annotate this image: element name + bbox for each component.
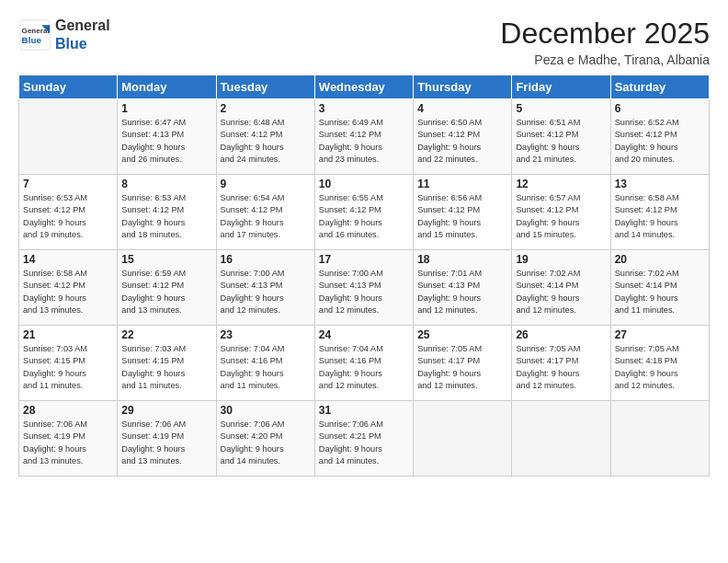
day-cell xyxy=(610,401,709,477)
header: General Blue General Blue December 2025 … xyxy=(18,17,710,67)
header-day-tuesday: Tuesday xyxy=(216,75,314,99)
day-number: 4 xyxy=(417,102,507,115)
day-cell: 20Sunrise: 7:02 AMSunset: 4:14 PMDayligh… xyxy=(610,250,709,326)
day-number: 6 xyxy=(615,102,705,115)
day-cell: 16Sunrise: 7:00 AMSunset: 4:13 PMDayligh… xyxy=(216,250,314,326)
header-day-monday: Monday xyxy=(118,75,216,99)
day-cell: 8Sunrise: 6:53 AMSunset: 4:12 PMDaylight… xyxy=(118,175,216,250)
day-cell: 23Sunrise: 7:04 AMSunset: 4:16 PMDayligh… xyxy=(216,326,314,401)
day-number: 22 xyxy=(121,328,211,341)
day-info: Sunrise: 6:58 AMSunset: 4:12 PMDaylight:… xyxy=(23,268,113,316)
day-number: 7 xyxy=(23,178,113,190)
day-info: Sunrise: 6:49 AMSunset: 4:12 PMDaylight:… xyxy=(319,117,409,166)
day-info: Sunrise: 7:02 AMSunset: 4:14 PMDaylight:… xyxy=(615,268,705,316)
day-info: Sunrise: 6:59 AMSunset: 4:12 PMDaylight:… xyxy=(121,268,211,316)
day-cell xyxy=(414,401,512,477)
day-cell: 17Sunrise: 7:00 AMSunset: 4:13 PMDayligh… xyxy=(314,250,413,326)
day-cell: 31Sunrise: 7:06 AMSunset: 4:21 PMDayligh… xyxy=(314,401,413,477)
day-info: Sunrise: 6:56 AMSunset: 4:12 PMDaylight:… xyxy=(417,192,507,241)
logo-icon: General Blue xyxy=(18,18,51,52)
calendar-header: SundayMondayTuesdayWednesdayThursdayFrid… xyxy=(19,75,710,99)
day-number: 30 xyxy=(221,404,311,417)
day-cell: 13Sunrise: 6:58 AMSunset: 4:12 PMDayligh… xyxy=(610,175,709,250)
day-number: 27 xyxy=(615,328,705,341)
day-cell xyxy=(19,99,118,175)
day-cell: 28Sunrise: 7:06 AMSunset: 4:19 PMDayligh… xyxy=(19,401,118,477)
day-number: 29 xyxy=(121,404,211,417)
day-number: 9 xyxy=(221,178,311,190)
week-row-2: 7Sunrise: 6:53 AMSunset: 4:12 PMDaylight… xyxy=(19,175,710,250)
day-number: 13 xyxy=(615,178,705,190)
svg-text:Blue: Blue xyxy=(22,35,42,45)
day-cell: 26Sunrise: 7:05 AMSunset: 4:17 PMDayligh… xyxy=(512,326,610,401)
day-number: 8 xyxy=(121,178,211,190)
day-cell: 2Sunrise: 6:48 AMSunset: 4:12 PMDaylight… xyxy=(216,99,314,175)
day-info: Sunrise: 6:53 AMSunset: 4:12 PMDaylight:… xyxy=(121,192,211,241)
day-number: 16 xyxy=(221,253,311,266)
day-info: Sunrise: 6:53 AMSunset: 4:12 PMDaylight:… xyxy=(23,192,113,241)
day-info: Sunrise: 6:54 AMSunset: 4:12 PMDaylight:… xyxy=(221,192,311,241)
day-info: Sunrise: 7:06 AMSunset: 4:19 PMDaylight:… xyxy=(121,419,211,467)
title-block: December 2025 Peza e Madhe, Tirana, Alba… xyxy=(500,17,710,67)
day-info: Sunrise: 7:04 AMSunset: 4:16 PMDaylight:… xyxy=(221,343,311,392)
day-number: 24 xyxy=(319,328,409,341)
day-cell: 3Sunrise: 6:49 AMSunset: 4:12 PMDaylight… xyxy=(314,99,413,175)
day-info: Sunrise: 6:50 AMSunset: 4:12 PMDaylight:… xyxy=(417,117,507,166)
day-info: Sunrise: 6:55 AMSunset: 4:12 PMDaylight:… xyxy=(319,192,409,241)
day-cell: 1Sunrise: 6:47 AMSunset: 4:13 PMDaylight… xyxy=(118,99,216,175)
day-cell: 12Sunrise: 6:57 AMSunset: 4:12 PMDayligh… xyxy=(512,175,610,250)
day-cell: 5Sunrise: 6:51 AMSunset: 4:12 PMDaylight… xyxy=(512,99,610,175)
day-cell: 22Sunrise: 7:03 AMSunset: 4:15 PMDayligh… xyxy=(118,326,216,401)
day-cell: 9Sunrise: 6:54 AMSunset: 4:12 PMDaylight… xyxy=(216,175,314,250)
day-number: 23 xyxy=(221,328,311,341)
day-info: Sunrise: 7:02 AMSunset: 4:14 PMDaylight:… xyxy=(516,268,606,316)
week-row-1: 1Sunrise: 6:47 AMSunset: 4:13 PMDaylight… xyxy=(19,99,710,175)
day-info: Sunrise: 6:57 AMSunset: 4:12 PMDaylight:… xyxy=(516,192,606,241)
day-cell: 30Sunrise: 7:06 AMSunset: 4:20 PMDayligh… xyxy=(216,401,314,477)
day-info: Sunrise: 6:51 AMSunset: 4:12 PMDaylight:… xyxy=(516,117,606,166)
day-number: 31 xyxy=(319,404,409,417)
header-day-sunday: Sunday xyxy=(19,75,118,99)
day-cell: 14Sunrise: 6:58 AMSunset: 4:12 PMDayligh… xyxy=(19,250,118,326)
day-info: Sunrise: 7:06 AMSunset: 4:19 PMDaylight:… xyxy=(23,419,113,467)
day-number: 19 xyxy=(516,253,606,266)
day-info: Sunrise: 7:04 AMSunset: 4:16 PMDaylight:… xyxy=(319,343,409,392)
day-number: 20 xyxy=(615,253,705,266)
day-info: Sunrise: 7:05 AMSunset: 4:17 PMDaylight:… xyxy=(516,343,606,392)
month-title: December 2025 xyxy=(500,17,710,51)
page: General Blue General Blue December 2025 … xyxy=(0,0,728,563)
day-cell: 27Sunrise: 7:05 AMSunset: 4:18 PMDayligh… xyxy=(610,326,709,401)
header-day-wednesday: Wednesday xyxy=(314,75,413,99)
day-number: 12 xyxy=(516,178,606,190)
week-row-3: 14Sunrise: 6:58 AMSunset: 4:12 PMDayligh… xyxy=(19,250,710,326)
logo-general: General xyxy=(55,17,110,33)
day-cell: 21Sunrise: 7:03 AMSunset: 4:15 PMDayligh… xyxy=(19,326,118,401)
header-day-friday: Friday xyxy=(512,75,610,99)
day-cell: 25Sunrise: 7:05 AMSunset: 4:17 PMDayligh… xyxy=(414,326,512,401)
day-info: Sunrise: 7:00 AMSunset: 4:13 PMDaylight:… xyxy=(319,268,409,316)
week-row-5: 28Sunrise: 7:06 AMSunset: 4:19 PMDayligh… xyxy=(19,401,710,477)
day-cell: 6Sunrise: 6:52 AMSunset: 4:12 PMDaylight… xyxy=(610,99,709,175)
day-info: Sunrise: 6:47 AMSunset: 4:13 PMDaylight:… xyxy=(121,117,211,166)
day-number: 26 xyxy=(516,328,606,341)
day-cell: 7Sunrise: 6:53 AMSunset: 4:12 PMDaylight… xyxy=(19,175,118,250)
week-row-4: 21Sunrise: 7:03 AMSunset: 4:15 PMDayligh… xyxy=(19,326,710,401)
day-info: Sunrise: 6:58 AMSunset: 4:12 PMDaylight:… xyxy=(615,192,705,241)
header-row: SundayMondayTuesdayWednesdayThursdayFrid… xyxy=(19,75,710,99)
day-info: Sunrise: 7:03 AMSunset: 4:15 PMDaylight:… xyxy=(121,343,211,392)
day-number: 17 xyxy=(319,253,409,266)
day-info: Sunrise: 7:06 AMSunset: 4:21 PMDaylight:… xyxy=(319,419,409,467)
day-cell: 29Sunrise: 7:06 AMSunset: 4:19 PMDayligh… xyxy=(118,401,216,477)
logo: General Blue General Blue xyxy=(18,17,110,53)
day-info: Sunrise: 7:05 AMSunset: 4:18 PMDaylight:… xyxy=(615,343,705,392)
day-number: 14 xyxy=(23,253,113,266)
day-number: 11 xyxy=(417,178,507,190)
day-number: 2 xyxy=(221,102,311,115)
day-number: 1 xyxy=(121,102,211,115)
header-day-saturday: Saturday xyxy=(610,75,709,99)
day-cell: 24Sunrise: 7:04 AMSunset: 4:16 PMDayligh… xyxy=(314,326,413,401)
day-number: 3 xyxy=(319,102,409,115)
subtitle: Peza e Madhe, Tirana, Albania xyxy=(500,52,710,67)
day-number: 25 xyxy=(417,328,507,341)
day-cell: 10Sunrise: 6:55 AMSunset: 4:12 PMDayligh… xyxy=(314,175,413,250)
